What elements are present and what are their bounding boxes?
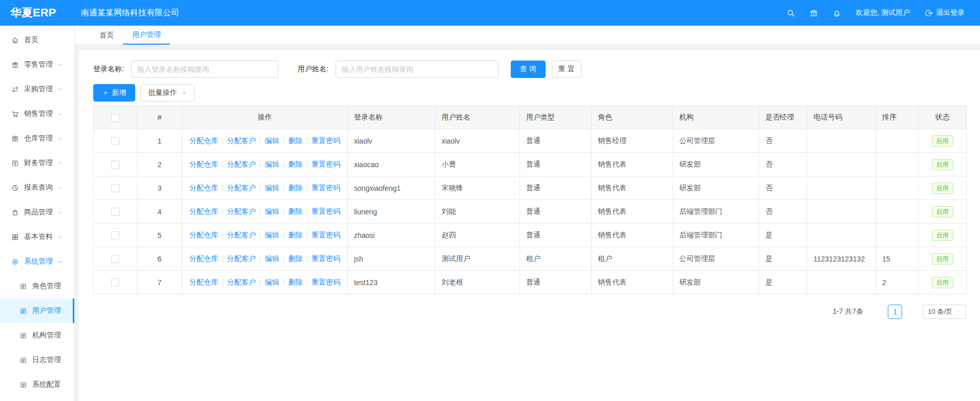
sidebar-item-retail[interactable]: 零售管理 [0,52,74,77]
row-checkbox[interactable] [111,161,119,169]
sidebar-item-basic-data[interactable]: 基本资料 [0,225,74,249]
delete-link[interactable]: 删除 [288,136,303,145]
sidebar-item-purchase[interactable]: 采购管理 [0,77,74,102]
status-badge: 启用 [932,277,953,288]
sidebar-item-log-mgmt[interactable]: 日志管理 [0,348,74,372]
logout-button[interactable]: 退出登录 [924,8,965,17]
assign-warehouse-link[interactable]: 分配仓库 [190,254,218,263]
chevron-down-icon [57,210,63,215]
reset-password-link[interactable]: 重置密码 [311,136,340,145]
sidebar-item-home[interactable]: 首页 [0,28,74,52]
reset-password-link[interactable]: 重置密码 [311,231,340,239]
cell-login-name: jsh [348,247,435,271]
assign-warehouse-link[interactable]: 分配仓库 [190,184,218,192]
sidebar-item-label: 首页 [24,35,38,45]
sidebar-item-goods[interactable]: 商品管理 [0,200,74,225]
assign-warehouse-link[interactable]: 分配仓库 [190,231,218,239]
company-name: 南通某某网络科技有限公司 [81,8,179,18]
edit-link[interactable]: 编辑 [265,160,279,168]
pagination: 1-7 共7条 1 10 条/页 [93,305,966,319]
reset-password-link[interactable]: 重置密码 [311,160,340,168]
add-button-label: 新增 [112,88,127,97]
row-checkbox[interactable] [111,184,119,192]
bell-icon[interactable] [832,9,841,17]
page-size-select[interactable]: 10 条/页 [923,305,966,319]
assign-customer-link[interactable]: 分配客户 [227,278,256,286]
sidebar-item-warehouse[interactable]: 仓库管理 [0,126,74,151]
cell-is-manager: 是 [759,271,807,294]
batch-actions-dropdown[interactable]: 批量操作 [140,84,195,102]
edit-link[interactable]: 编辑 [265,254,279,263]
query-button[interactable]: 查 询 [511,61,546,78]
cell-sort [876,200,919,224]
delete-link[interactable]: 删除 [288,231,303,239]
reset-password-link[interactable]: 重置密码 [311,207,340,215]
cell-index: 6 [137,247,182,271]
sidebar-item-report[interactable]: 报表查询 [0,175,74,200]
sidebar-item-finance[interactable]: 财务管理 [0,151,74,175]
delete-link[interactable]: 删除 [288,207,303,215]
assign-warehouse-link[interactable]: 分配仓库 [190,136,218,145]
chevron-right-icon [910,309,915,315]
file-icon [19,307,27,315]
edit-link[interactable]: 编辑 [265,136,279,145]
cell-status: 启用 [919,153,967,176]
page-number-button[interactable]: 1 [888,305,902,319]
action-divider: | [306,254,308,263]
reset-button[interactable]: 重 置 [552,61,581,78]
user-name-input[interactable] [336,61,498,78]
tab-home[interactable]: 首页 [90,26,123,45]
row-checkbox[interactable] [111,255,119,263]
delete-link[interactable]: 删除 [288,278,303,286]
finance-icon [11,159,19,167]
assign-customer-link[interactable]: 分配客户 [227,207,256,215]
reset-password-link[interactable]: 重置密码 [311,278,340,286]
edit-link[interactable]: 编辑 [265,184,279,192]
cell-user-name: 刘能 [435,200,520,224]
edit-link[interactable]: 编辑 [265,207,279,215]
row-checkbox[interactable] [111,208,119,216]
row-checkbox[interactable] [111,278,119,287]
sidebar-item-user-mgmt[interactable]: 用户管理 [0,298,74,323]
action-divider: | [259,207,261,215]
sidebar-item-label: 日志管理 [32,355,61,365]
table-toolbar: 新增 批量操作 [93,84,967,102]
assign-customer-link[interactable]: 分配客户 [227,231,256,239]
cell-phone [807,129,876,153]
assign-warehouse-link[interactable]: 分配仓库 [190,278,218,286]
action-divider: | [222,160,224,168]
assign-customer-link[interactable]: 分配客户 [227,184,256,192]
assign-customer-link[interactable]: 分配客户 [227,254,256,263]
sidebar-item-system[interactable]: 系统管理 [0,249,74,274]
assign-warehouse-link[interactable]: 分配仓库 [190,160,218,168]
delete-link[interactable]: 删除 [288,254,303,263]
sidebar-item-role-mgmt[interactable]: 角色管理 [0,274,74,298]
login-name-input[interactable] [131,61,278,78]
sidebar-item-sys-config[interactable]: 系统配置 [0,372,74,397]
add-button[interactable]: 新增 [93,84,135,102]
sidebar-item-org-mgmt[interactable]: 机构管理 [0,323,74,348]
select-all-checkbox[interactable] [111,114,119,122]
reset-password-link[interactable]: 重置密码 [311,184,340,192]
next-page-button[interactable] [906,305,919,319]
delete-link[interactable]: 删除 [288,160,303,168]
reset-password-link[interactable]: 重置密码 [311,254,340,263]
edit-link[interactable]: 编辑 [265,278,279,286]
action-divider: | [283,184,285,192]
cell-actions: 分配仓库|分配客户|编辑|删除|重置密码 [182,224,348,247]
sidebar-item-label: 零售管理 [24,60,53,69]
assign-warehouse-link[interactable]: 分配仓库 [190,207,218,215]
assign-customer-link[interactable]: 分配客户 [227,160,256,168]
delete-link[interactable]: 删除 [288,184,303,192]
cell-login-name: liuneng [348,200,435,224]
tab-user-management[interactable]: 用户管理 [123,26,170,45]
prev-page-button[interactable] [871,305,884,319]
assign-customer-link[interactable]: 分配客户 [227,136,256,145]
edit-link[interactable]: 编辑 [265,231,279,239]
row-checkbox[interactable] [111,231,119,239]
bank-icon[interactable] [809,9,818,17]
user-name-label: 用户姓名: [298,65,328,74]
sidebar-item-sales[interactable]: 销售管理 [0,102,74,126]
row-checkbox[interactable] [111,137,119,145]
search-icon[interactable] [786,9,795,17]
